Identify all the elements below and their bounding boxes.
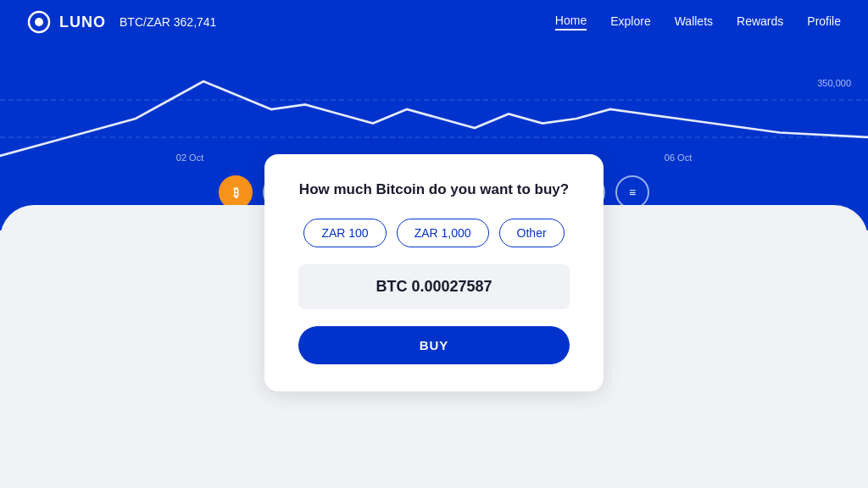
logo-text: LUNO <box>59 14 106 31</box>
main-nav: Home Explore Wallets Rewards Profile <box>555 14 841 30</box>
header: LUNO BTC/ZAR 362,741 Home Explore Wallet… <box>0 0 868 44</box>
nav-home[interactable]: Home <box>555 14 587 30</box>
nav-profile[interactable]: Profile <box>807 14 841 30</box>
card-title: How much Bitcoin do you want to buy? <box>298 181 570 198</box>
date-label-1: 02 Oct <box>176 152 203 163</box>
buy-button[interactable]: BUY <box>298 326 570 364</box>
nav-wallets[interactable]: Wallets <box>675 14 713 30</box>
logo-area: LUNO <box>27 10 106 34</box>
amount-btn-100[interactable]: ZAR 100 <box>303 219 386 247</box>
amount-buttons: ZAR 100 ZAR 1,000 Other <box>298 219 570 247</box>
btc-icon: ₿ <box>219 175 253 209</box>
bottom-section: How much Bitcoin do you want to buy? ZAR… <box>0 205 868 463</box>
amount-btn-1000[interactable]: ZAR 1,000 <box>397 219 489 247</box>
btc-value: BTC 0.00027587 <box>376 278 492 295</box>
sol-icon: ≡ <box>615 175 649 209</box>
btc-display: BTC 0.00027587 <box>298 264 570 309</box>
date-label-3: 06 Oct <box>665 152 692 163</box>
svg-point-1 <box>35 18 43 26</box>
nav-rewards[interactable]: Rewards <box>737 14 783 30</box>
btc-price-header: BTC/ZAR 362,741 <box>120 15 216 29</box>
luno-logo-icon <box>27 10 51 34</box>
amount-btn-other[interactable]: Other <box>499 219 565 247</box>
buy-card: How much Bitcoin do you want to buy? ZAR… <box>264 154 604 391</box>
nav-explore[interactable]: Explore <box>610 14 650 30</box>
chart-price-label: 350,000 <box>817 78 851 88</box>
